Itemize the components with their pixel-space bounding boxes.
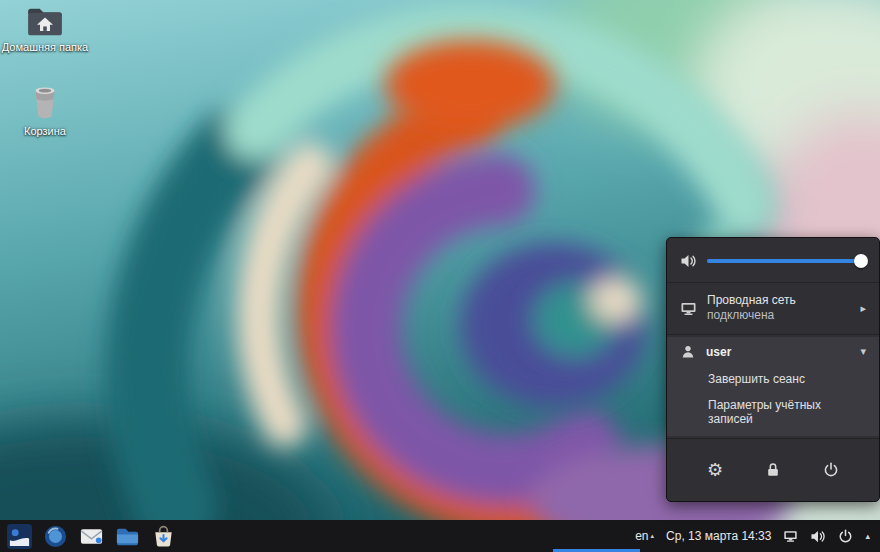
mail-button[interactable] bbox=[78, 523, 105, 550]
gear-icon: ⚙ bbox=[707, 461, 723, 479]
desktop-icon-label: Корзина bbox=[0, 125, 90, 138]
power-icon bbox=[823, 462, 839, 478]
network-text: Проводная сеть подключена bbox=[707, 293, 850, 324]
volume-slider-fill bbox=[707, 259, 861, 263]
volume-row bbox=[667, 242, 879, 280]
layout-caret-icon: ▴ bbox=[651, 532, 655, 540]
system-menu: Проводная сеть подключена ▸ user ▾ Завер… bbox=[666, 237, 880, 502]
trash-icon bbox=[30, 84, 60, 122]
keyboard-layout-label: en bbox=[635, 529, 648, 543]
power-button[interactable] bbox=[813, 458, 849, 482]
desktop: Домашняя папка Корзина bbox=[0, 0, 880, 552]
separator bbox=[667, 438, 879, 439]
browser-button[interactable] bbox=[42, 523, 69, 550]
tray-volume-icon[interactable] bbox=[810, 529, 826, 544]
tray-expander-chevron-up-icon[interactable]: ▴ bbox=[865, 531, 870, 541]
network-status: подключена bbox=[707, 308, 850, 324]
browser-icon bbox=[43, 524, 68, 549]
volume-slider[interactable] bbox=[707, 259, 866, 263]
user-icon bbox=[680, 344, 696, 359]
start-menu-button[interactable] bbox=[6, 523, 33, 550]
menu-item-account-settings[interactable]: Параметры учётных записей bbox=[667, 392, 879, 432]
volume-knob[interactable] bbox=[854, 254, 868, 268]
lock-icon bbox=[765, 462, 781, 478]
separator bbox=[667, 334, 879, 335]
software-center-button[interactable] bbox=[150, 523, 177, 550]
desktop-icon-trash[interactable]: Корзина bbox=[0, 84, 90, 138]
software-center-icon bbox=[151, 524, 176, 549]
lock-button[interactable] bbox=[755, 458, 791, 482]
desktop-icon-home[interactable]: Домашняя папка bbox=[0, 6, 90, 54]
tray-network-icon[interactable] bbox=[783, 529, 798, 543]
wired-network-icon bbox=[680, 301, 697, 316]
desktop-icon-label: Домашняя папка bbox=[0, 41, 90, 54]
chevron-right-icon: ▸ bbox=[860, 302, 866, 315]
home-folder-icon bbox=[25, 6, 65, 38]
system-actions: ⚙ bbox=[667, 441, 879, 497]
network-menu-item[interactable]: Проводная сеть подключена ▸ bbox=[667, 285, 879, 332]
keyboard-layout-indicator[interactable]: en ▴ bbox=[635, 529, 654, 543]
settings-button[interactable]: ⚙ bbox=[697, 457, 733, 483]
files-icon bbox=[115, 524, 140, 549]
tray-power-icon[interactable] bbox=[838, 529, 853, 544]
separator bbox=[667, 282, 879, 283]
speaker-icon bbox=[680, 253, 697, 269]
network-title: Проводная сеть bbox=[707, 293, 850, 309]
user-menu-item[interactable]: user ▾ bbox=[667, 337, 879, 366]
chevron-down-icon: ▾ bbox=[860, 345, 866, 358]
user-name: user bbox=[706, 345, 850, 359]
files-button[interactable] bbox=[114, 523, 141, 550]
taskbar: en ▴ Ср, 13 марта 14:33 bbox=[0, 520, 880, 552]
mail-icon bbox=[79, 524, 104, 549]
clock[interactable]: Ср, 13 марта 14:33 bbox=[666, 529, 771, 543]
menu-item-logout[interactable]: Завершить сеанс bbox=[667, 366, 879, 392]
system-tray: en ▴ Ср, 13 марта 14:33 bbox=[635, 529, 874, 544]
user-section: user ▾ Завершить сеанс Параметры учётных… bbox=[667, 337, 879, 436]
os-logo-icon bbox=[7, 524, 32, 549]
